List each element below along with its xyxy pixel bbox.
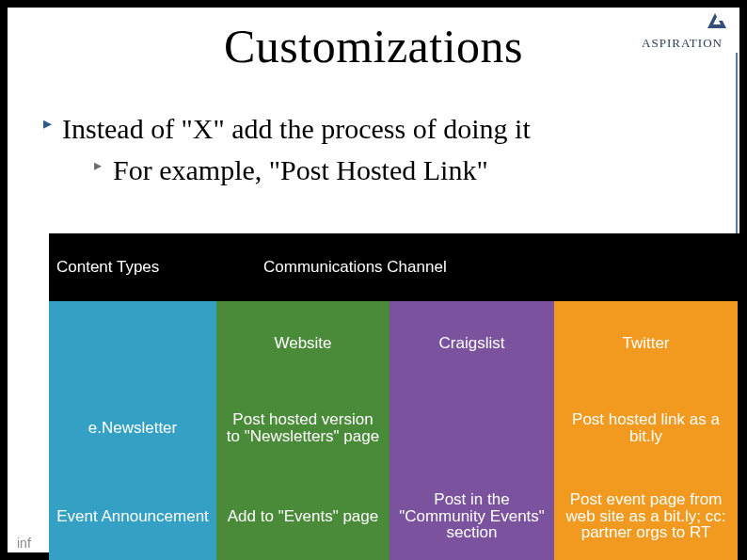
cell-event-website: Add to "Events" page: [216, 471, 389, 560]
bullet-level-2: For example, "Post Hosted Link": [113, 152, 702, 188]
cell-enewsletter-craigslist: [389, 386, 554, 471]
header-content-types: Content Types: [49, 233, 216, 301]
row-label-enewsletter: e.Newsletter: [49, 386, 216, 471]
row-header-empty: [49, 301, 216, 386]
footer-fragment: inf: [17, 536, 31, 551]
bullet-level-1: Instead of "X" add the process of doing …: [62, 111, 702, 147]
channel-twitter: Twitter: [554, 301, 738, 386]
slide-title: Customizations: [8, 19, 739, 73]
bullet-list: Instead of "X" add the process of doing …: [8, 111, 739, 187]
channel-website: Website: [216, 301, 389, 386]
cell-enewsletter-twitter: Post hosted link as a bit.ly: [554, 386, 738, 471]
row-label-event-announcement: Event Announcement: [49, 471, 216, 560]
cell-event-twitter: Post event page from web site as a bit.l…: [554, 471, 738, 560]
cell-enewsletter-website: Post hosted version to "Newsletters" pag…: [216, 386, 389, 471]
slide: ASPIRATION Customizations Instead of "X"…: [8, 8, 739, 552]
content-matrix: Content Types Communications Channel Web…: [49, 233, 739, 552]
channel-craigslist: Craigslist: [389, 301, 554, 386]
header-communications-channel: Communications Channel: [216, 233, 738, 301]
aspiration-logo: ASPIRATION: [636, 13, 728, 51]
cell-event-craigslist: Post in the "Community Events" section: [389, 471, 554, 560]
logo-text: ASPIRATION: [642, 36, 723, 51]
